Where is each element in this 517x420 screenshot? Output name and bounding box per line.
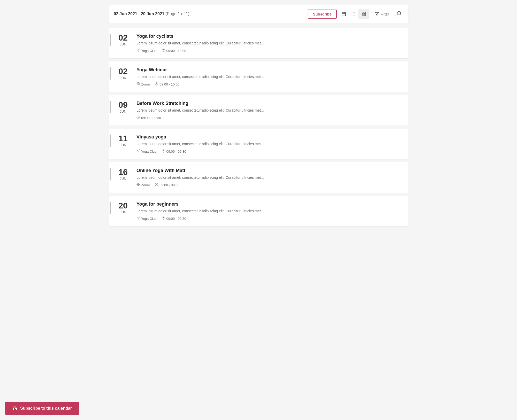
event-time-text: 09:00 - 09:30 [141,116,161,120]
event-day: 09 [118,101,128,109]
clock-icon [162,149,165,153]
event-time-text: 09:00 - 10:00 [159,82,179,86]
event-date: 09 Jun [116,101,130,113]
events-list: 02 Jun Yoga for cyclists Lorem ipsum dol… [109,28,408,229]
event-card[interactable]: 02 Jun Yoga Webinar Lorem ipsum dolor si… [109,61,408,92]
event-time: 09:00 - 10:00 [162,49,186,53]
event-time-text: 09:00 - 09:30 [159,183,179,187]
location-place-icon [136,149,140,153]
event-meta: Zoom 09:00 - 09:30 [136,183,402,187]
event-meta: 09:00 - 09:30 [136,116,402,120]
svg-rect-12 [364,14,365,16]
svg-marker-17 [137,49,140,51]
subscribe-footer-label: Subscribe to this calendar [20,406,72,411]
svg-marker-28 [137,217,140,219]
event-meta: Yoga Club 09:00 - 10:00 [136,49,402,53]
event-location-text: Yoga Club [141,150,157,153]
list-icon [351,12,356,16]
event-day: 11 [118,134,128,143]
search-icon [397,11,402,16]
event-description: Lorem ipsum dolor sit amet, consectetur … [136,108,402,113]
event-content: Vinyasa yoga Lorem ipsum dolor sit amet,… [136,134,402,153]
event-location: Zoom [136,183,150,187]
event-time: 09:00 - 09:30 [162,216,186,221]
calendar-small-icon: 📅 [12,406,18,411]
event-title: Yoga for cyclists [136,34,402,39]
time-icon-wrapper [162,149,165,153]
date-bar [110,34,111,46]
date-range: 02 Jun 2021 - 20 Jun 2021 (Page 1 of 1) [114,12,189,16]
clock-icon [162,49,165,52]
event-card[interactable]: 09 Jun Before Work Stretching Lorem ipsu… [109,95,408,126]
clock-icon [155,183,158,186]
event-location: Yoga Club [136,216,157,221]
location-online-icon [136,82,140,85]
event-card[interactable]: 02 Jun Yoga for cyclists Lorem ipsum dol… [109,28,408,58]
event-month: Jun [120,110,126,113]
event-time: 09:00 - 09:30 [155,183,179,187]
event-card[interactable]: 11 Jun Vinyasa yoga Lorem ipsum dolor si… [109,129,408,159]
svg-rect-10 [362,12,363,13]
event-location: Yoga Club [136,149,157,153]
event-time: 09:00 - 10:00 [155,82,179,86]
date-bar [110,101,111,113]
subscribe-button[interactable]: Subscribe [308,10,337,19]
date-bar [110,201,111,214]
event-content: Online Yoga With Matt Lorem ipsum dolor … [136,168,402,187]
event-card[interactable]: 16 Jun Online Yoga With Matt Lorem ipsum… [109,162,408,193]
time-icon-wrapper [162,216,165,221]
search-button[interactable] [395,9,403,19]
event-card[interactable]: 20 Jun Yoga for beginners Lorem ipsum do… [109,196,408,226]
event-month: Jun [120,76,126,80]
date-range-start: 02 Jun 2021 [114,12,137,16]
location-icon-wrapper [136,49,140,53]
event-location: Yoga Club [136,49,157,53]
event-date: 02 Jun [116,67,130,80]
event-title: Yoga for beginners [136,201,402,207]
location-icon-wrapper [136,216,140,221]
event-location: Zoom [136,82,150,86]
header-controls: Subscribe [308,9,403,19]
date-bar [110,168,111,181]
time-icon-wrapper [136,116,140,120]
filter-button[interactable]: Filter [371,10,393,18]
event-date: 20 Jun [116,201,130,214]
event-content: Yoga Webinar Lorem ipsum dolor sit amet,… [136,67,402,86]
event-time: 09:00 - 09:30 [162,149,186,153]
svg-marker-23 [137,150,140,152]
calendar-icon [341,12,346,16]
date-range-separator: - [138,12,141,16]
time-icon-wrapper [162,49,165,53]
event-location-text: Yoga Club [141,49,157,53]
event-location-text: Zoom [141,183,150,187]
event-month: Jun [120,42,126,46]
location-icon-wrapper [136,149,140,153]
location-icon-wrapper [136,82,140,86]
event-description: Lorem ipsum dolor sit amet, consectetur … [136,74,402,80]
time-icon-wrapper [155,183,158,187]
event-content: Yoga for beginners Lorem ipsum dolor sit… [136,201,402,221]
subscribe-calendar-button[interactable]: 📅 Subscribe to this calendar [5,402,79,415]
grid-icon [361,12,366,16]
page-info: (Page 1 of 1) [165,12,189,16]
grid-view-button[interactable] [359,9,369,19]
event-time-text: 09:00 - 10:00 [166,49,186,53]
location-icon-wrapper [136,183,140,187]
event-location-text: Yoga Club [141,217,157,221]
svg-rect-11 [364,12,365,13]
event-day: 02 [118,34,128,42]
event-date: 02 Jun [116,34,130,46]
view-toggle-group [339,9,369,19]
calendar-header: 02 Jun 2021 - 20 Jun 2021 (Page 1 of 1) … [109,5,408,23]
calendar-view-button[interactable] [339,9,349,19]
event-time-text: 09:00 - 09:30 [166,217,186,221]
event-description: Lorem ipsum dolor sit amet, consectetur … [136,41,402,46]
list-view-button[interactable] [349,9,359,19]
clock-icon [136,116,140,119]
event-meta: Yoga Club 09:00 - 09:30 [136,216,402,221]
clock-icon [162,216,165,220]
event-month: Jun [120,143,126,147]
event-meta: Zoom 09:00 - 10:00 [136,82,402,86]
event-day: 16 [118,168,128,176]
date-range-end: 20 Jun 2021 [141,12,164,16]
